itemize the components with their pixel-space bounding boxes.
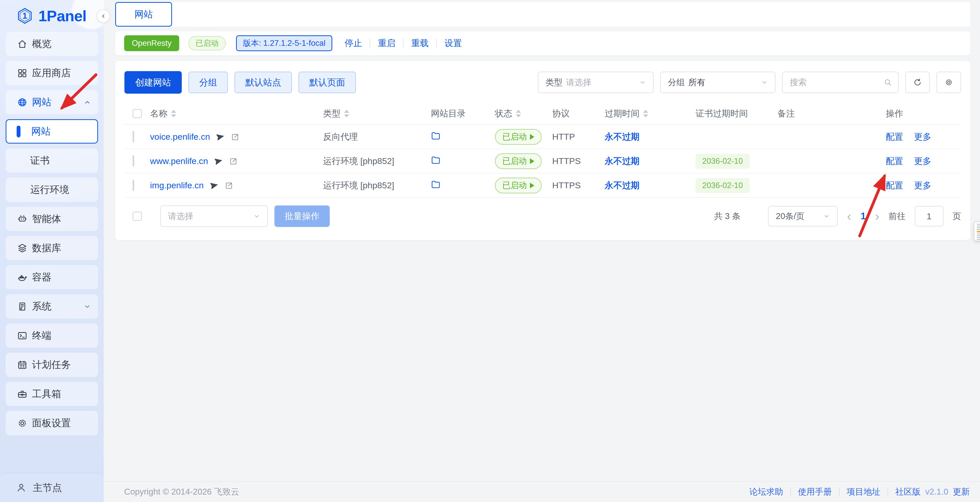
config-link[interactable]: 配置 xyxy=(886,131,903,143)
pagination: 共 3 条 20条/页 ‹ 1 › 前往 页 xyxy=(714,206,961,226)
more-link[interactable]: 更多 xyxy=(914,155,931,167)
update-link[interactable]: 更新 xyxy=(953,486,970,498)
folder-icon[interactable] xyxy=(431,180,441,189)
more-link[interactable]: 更多 xyxy=(914,131,931,143)
column-header-expire[interactable]: 过期时间 xyxy=(605,108,695,119)
config-link[interactable]: 配置 xyxy=(886,155,903,167)
website-type: 运行环境 [php852] xyxy=(323,180,431,191)
goto-page-input[interactable] xyxy=(915,206,943,226)
next-page-button[interactable]: › xyxy=(875,210,880,223)
search-input[interactable] xyxy=(790,78,884,87)
folder-icon[interactable] xyxy=(431,155,441,165)
sort-icon[interactable] xyxy=(643,110,648,118)
play-icon xyxy=(530,158,534,164)
group-filter-select[interactable]: 分组 所有 xyxy=(660,71,775,93)
default-page-button[interactable]: 默认页面 xyxy=(299,71,356,93)
sidebar-item-overview[interactable]: 概览 xyxy=(6,32,98,56)
sidebar-item-container[interactable]: 容器 xyxy=(6,265,98,289)
row-checkbox[interactable] xyxy=(133,155,134,167)
sort-icon[interactable] xyxy=(516,110,521,118)
service-reload-link[interactable]: 重载 xyxy=(411,37,428,49)
goto-label: 前往 xyxy=(889,211,905,222)
open-site-icon[interactable] xyxy=(209,180,220,191)
group-button[interactable]: 分组 xyxy=(188,71,228,93)
sidebar-item-database[interactable]: 数据库 xyxy=(6,236,98,260)
status-badge[interactable]: 已启动 xyxy=(495,178,542,194)
select-all-checkbox[interactable] xyxy=(133,109,142,118)
divider xyxy=(403,39,404,48)
edit-remark-icon[interactable] xyxy=(225,181,234,190)
sidebar-subitem-certificate[interactable]: 证书 xyxy=(6,148,98,173)
expire-date[interactable]: 永不过期 xyxy=(605,155,695,167)
prev-page-button[interactable]: ‹ xyxy=(847,210,851,223)
folder-icon[interactable] xyxy=(431,131,441,141)
open-site-icon[interactable] xyxy=(215,132,226,142)
service-name-badge[interactable]: OpenResty xyxy=(124,35,179,51)
server-icon xyxy=(17,302,27,311)
create-website-button[interactable]: 创建网站 xyxy=(124,71,182,94)
status-badge[interactable]: 已启动 xyxy=(495,153,542,169)
protocol: HTTPS xyxy=(552,180,605,191)
toolbar: 创建网站 分组 默认站点 默认页面 类型 请选择 分组 所有 xyxy=(124,71,961,94)
expire-date[interactable]: 永不过期 xyxy=(605,180,695,191)
sidebar-item-terminal[interactable]: 终端 xyxy=(6,323,98,348)
status-badge[interactable]: 已启动 xyxy=(495,129,542,145)
column-header-name[interactable]: 名称 xyxy=(150,108,323,119)
column-header-type[interactable]: 类型 xyxy=(323,108,431,119)
sidebar-collapse-button[interactable] xyxy=(97,10,110,23)
website-link[interactable]: www.penlife.cn xyxy=(150,156,208,166)
sidebar-item-system[interactable]: 系统 xyxy=(6,294,98,319)
forum-help-link[interactable]: 论坛求助 xyxy=(749,486,783,498)
manual-link[interactable]: 使用手册 xyxy=(798,486,832,498)
website-link[interactable]: voice.penlife.cn xyxy=(150,132,210,142)
sidebar-item-cron[interactable]: 计划任务 xyxy=(6,353,98,377)
row-checkbox[interactable] xyxy=(133,131,134,142)
protocol: HTTPS xyxy=(552,156,605,166)
sidebar-item-appstore[interactable]: 应用商店 xyxy=(6,61,98,85)
play-icon xyxy=(530,183,534,188)
project-link[interactable]: 项目地址 xyxy=(846,486,880,498)
column-header-dir: 网站目录 xyxy=(431,108,495,119)
sidebar-item-website[interactable]: 网站 xyxy=(6,90,98,114)
open-site-icon[interactable] xyxy=(213,156,224,166)
chevron-up-icon xyxy=(84,99,91,106)
sidebar-subitem-runtime[interactable]: 运行环境 xyxy=(6,178,98,202)
column-header-status[interactable]: 状态 xyxy=(495,108,552,119)
more-link[interactable]: 更多 xyxy=(914,180,931,191)
service-stop-link[interactable]: 停止 xyxy=(345,37,362,49)
minimap-highlight xyxy=(977,231,980,232)
sidebar-item-panel-settings[interactable]: 面板设置 xyxy=(6,411,98,435)
sort-icon[interactable] xyxy=(344,110,349,118)
service-settings-link[interactable]: 设置 xyxy=(444,37,462,49)
sidebar-node-switcher[interactable]: 主节点 xyxy=(0,473,104,502)
edit-remark-icon[interactable] xyxy=(231,133,240,141)
row-checkbox[interactable] xyxy=(133,180,134,191)
sidebar-subitem-website[interactable]: 网站 xyxy=(6,119,98,143)
batch-action-select[interactable]: 请选择 xyxy=(160,205,268,227)
batch-select-checkbox[interactable] xyxy=(133,211,142,221)
refresh-button[interactable] xyxy=(905,71,930,93)
service-restart-link[interactable]: 重启 xyxy=(378,37,395,49)
chevron-down-icon xyxy=(639,79,646,86)
sidebar-item-toolbox[interactable]: 工具箱 xyxy=(6,382,98,406)
brand-logo[interactable]: 1 1Panel xyxy=(0,0,104,30)
divider xyxy=(888,488,888,496)
website-link[interactable]: img.penlife.cn xyxy=(150,180,204,191)
page-size-select[interactable]: 20条/页 xyxy=(768,206,838,226)
default-site-button[interactable]: 默认站点 xyxy=(234,71,292,93)
batch-apply-button[interactable]: 批量操作 xyxy=(274,205,330,227)
column-settings-button[interactable] xyxy=(937,71,961,93)
sort-icon[interactable] xyxy=(171,110,176,118)
tab-website[interactable]: 网站 xyxy=(115,2,172,27)
edit-remark-icon[interactable] xyxy=(229,157,238,165)
gear-icon xyxy=(17,418,27,428)
search-icon xyxy=(884,78,892,86)
current-page[interactable]: 1 xyxy=(861,211,866,222)
scroll-minimap-widget[interactable] xyxy=(974,222,980,241)
config-link[interactable]: 配置 xyxy=(886,180,903,191)
sidebar-item-agent[interactable]: 智能体 xyxy=(6,207,98,231)
expire-date[interactable]: 永不过期 xyxy=(605,131,695,143)
toolbox-icon xyxy=(17,389,27,399)
type-filter-select[interactable]: 类型 请选择 xyxy=(538,71,654,93)
search-box xyxy=(782,71,899,93)
